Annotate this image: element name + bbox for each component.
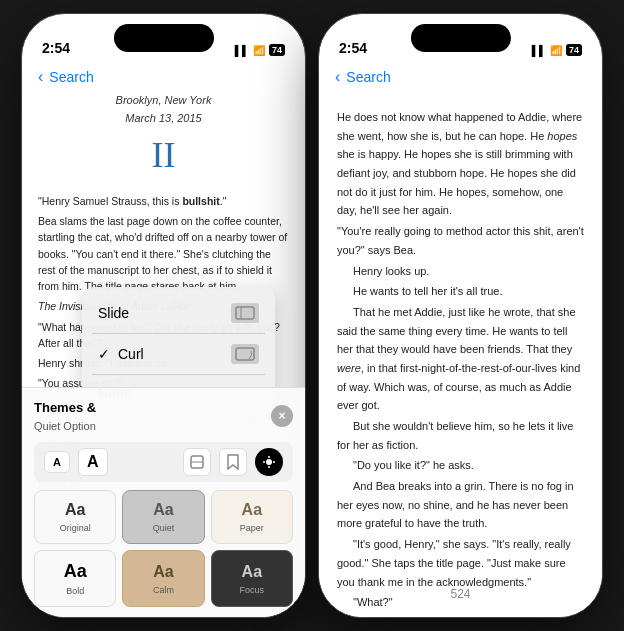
- left-phone: 2:54 ▌▌ 📶 74 ‹ Search Brooklyn, New York…: [21, 13, 306, 618]
- r-para-6: But she wouldn't believe him, so he lets…: [337, 417, 584, 454]
- status-time-right: 2:54: [339, 40, 367, 56]
- right-book-text: He does not know what happened to Addie,…: [319, 92, 602, 617]
- r-para-4: He wants to tell her it's all true.: [337, 282, 584, 301]
- themes-close-button[interactable]: ×: [271, 405, 293, 427]
- status-icons-left: ▌▌ 📶 74: [235, 44, 285, 56]
- back-chevron-right[interactable]: ‹: [335, 68, 340, 86]
- book-date: March 13, 2015: [38, 110, 289, 128]
- para-1: "Henry Samuel Strauss, this is bullshit.…: [38, 193, 289, 209]
- svg-point-5: [266, 459, 272, 465]
- slide-icon: [231, 303, 259, 323]
- status-time-left: 2:54: [42, 40, 70, 56]
- para-2: Bea slams the last page down on the coff…: [38, 213, 289, 294]
- brightness-btn[interactable]: [255, 448, 283, 476]
- theme-calm[interactable]: Aa Calm: [122, 550, 204, 607]
- scroll-slide-item[interactable]: Slide: [82, 293, 275, 333]
- theme-quiet[interactable]: Aa Quiet: [122, 490, 204, 544]
- theme-focus-aa: Aa: [242, 563, 262, 581]
- theme-bold-label: Bold: [66, 586, 84, 596]
- right-phone: 2:54 ▌▌ 📶 74 ‹ Search He does not know w…: [318, 13, 603, 618]
- book-location: Brooklyn, New York: [38, 92, 289, 110]
- page-number: 524: [450, 587, 470, 601]
- theme-focus[interactable]: Aa Focus: [211, 550, 293, 607]
- curl-label: Curl: [118, 346, 231, 362]
- themes-panel: Themes & Quiet Option × A A: [22, 387, 305, 617]
- themes-title: Themes &: [34, 400, 96, 415]
- theme-quiet-label: Quiet: [153, 523, 175, 533]
- back-chevron-left[interactable]: ‹: [38, 68, 43, 86]
- theme-grid: Aa Original Aa Quiet Aa Paper Aa Bold: [34, 490, 293, 607]
- search-bar-left[interactable]: ‹ Search: [22, 62, 305, 92]
- search-label-right[interactable]: Search: [346, 69, 390, 85]
- theme-original[interactable]: Aa Original: [34, 490, 116, 544]
- slide-label: Slide: [98, 305, 231, 321]
- font-small-btn[interactable]: A: [44, 451, 70, 473]
- status-icons-right: ▌▌ 📶 74: [532, 44, 582, 56]
- book-chapter: II: [38, 127, 289, 185]
- r-para-1: He does not know what happened to Addie,…: [337, 108, 584, 220]
- phones-container: 2:54 ▌▌ 📶 74 ‹ Search Brooklyn, New York…: [21, 13, 603, 618]
- theme-calm-label: Calm: [153, 585, 174, 595]
- theme-paper-label: Paper: [240, 523, 264, 533]
- theme-original-label: Original: [60, 523, 91, 533]
- svg-rect-0: [236, 307, 254, 319]
- themes-title-area: Themes & Quiet Option: [34, 398, 96, 434]
- r-para-7: "Do you like it?" he asks.: [337, 456, 584, 475]
- left-phone-content: ‹ Search Brooklyn, New York March 13, 20…: [22, 62, 305, 617]
- r-para-5: That he met Addie, just like he wrote, t…: [337, 303, 584, 415]
- r-para-8: And Bea breaks into a grin. There is no …: [337, 477, 584, 533]
- themes-header: Themes & Quiet Option ×: [34, 398, 293, 434]
- right-phone-content: ‹ Search He does not know what happened …: [319, 62, 602, 617]
- check-icon: ✓: [98, 346, 110, 362]
- font-controls: A A: [34, 442, 293, 482]
- curl-icon: [231, 344, 259, 364]
- dynamic-island-right: [411, 24, 511, 52]
- theme-bold[interactable]: Aa Bold: [34, 550, 116, 607]
- theme-focus-label: Focus: [240, 585, 265, 595]
- theme-paper-aa: Aa: [242, 501, 262, 519]
- theme-bold-aa: Aa: [64, 561, 87, 582]
- search-bar-right[interactable]: ‹ Search: [319, 62, 602, 92]
- theme-calm-aa: Aa: [153, 563, 173, 581]
- r-para-3: Henry looks up.: [337, 262, 584, 281]
- font-type-btn[interactable]: [183, 448, 211, 476]
- book-header: Brooklyn, New York March 13, 2015 II: [38, 92, 289, 185]
- dynamic-island-left: [114, 24, 214, 52]
- bookmark-btn[interactable]: [219, 448, 247, 476]
- scroll-curl-item[interactable]: ✓ Curl: [82, 334, 275, 374]
- quiet-option-label: Quiet Option: [34, 420, 96, 432]
- r-para-11: "My thesis. Remember? I wanted to do it …: [337, 614, 584, 617]
- r-para-2: "You're really going to method actor thi…: [337, 222, 584, 259]
- theme-quiet-aa: Aa: [153, 501, 173, 519]
- theme-original-aa: Aa: [65, 501, 85, 519]
- r-para-9: "It's good, Henry," she says. "It's real…: [337, 535, 584, 591]
- theme-paper[interactable]: Aa Paper: [211, 490, 293, 544]
- font-large-btn[interactable]: A: [78, 448, 108, 476]
- search-label-left[interactable]: Search: [49, 69, 93, 85]
